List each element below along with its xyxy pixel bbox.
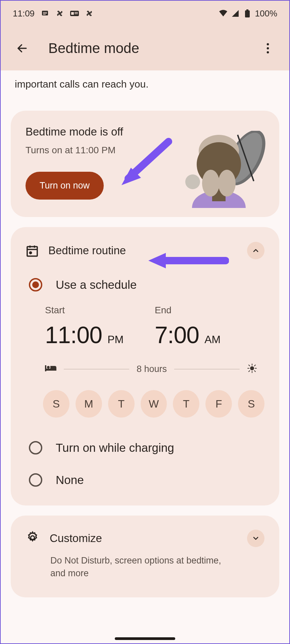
gear-icon	[26, 531, 40, 546]
svg-point-12	[267, 47, 269, 50]
day-thu[interactable]: T	[173, 390, 199, 418]
svg-rect-3	[43, 14, 46, 15]
svg-line-36	[249, 365, 250, 366]
end-label: End	[155, 305, 264, 316]
start-time-picker[interactable]: Start 11:00 PM	[45, 305, 155, 348]
back-button[interactable]	[13, 39, 32, 58]
svg-point-30	[47, 366, 50, 369]
page-title: Bedtime mode	[48, 40, 258, 56]
svg-point-27	[30, 252, 31, 254]
svg-point-22	[218, 170, 236, 197]
duration-text: 8 hours	[137, 364, 167, 374]
home-indicator[interactable]	[115, 637, 175, 640]
turn-on-button[interactable]: Turn on now	[26, 172, 104, 200]
radio-unselected-icon	[29, 473, 42, 487]
routine-header[interactable]: Bedtime routine	[26, 242, 264, 259]
chevron-down-icon	[252, 534, 260, 542]
svg-point-11	[267, 43, 269, 46]
svg-rect-29	[45, 369, 56, 371]
day-wed[interactable]: W	[141, 390, 167, 418]
news-icon	[70, 9, 79, 18]
expand-customize-button[interactable]	[247, 530, 264, 547]
option-while-charging[interactable]: Turn on while charging	[26, 441, 264, 454]
day-sat[interactable]: S	[238, 390, 264, 418]
status-bar: 11:09 100%	[1, 1, 289, 26]
svg-rect-9	[245, 10, 250, 17]
bedtime-status-card: Bedtime mode is off Turns on at 11:00 PM…	[11, 111, 279, 217]
svg-rect-2	[43, 13, 47, 14]
duration-row: 8 hours	[26, 363, 264, 375]
day-sun[interactable]: S	[43, 390, 69, 418]
svg-line-39	[254, 365, 255, 366]
days-row: S M T W T F S	[26, 390, 264, 418]
intro-text: important calls can reach you.	[1, 70, 289, 101]
day-fri[interactable]: F	[205, 390, 232, 418]
svg-rect-8	[246, 9, 248, 10]
day-mon[interactable]: M	[76, 390, 102, 418]
option-none-label: None	[56, 473, 84, 487]
option-charging-label: Turn on while charging	[56, 441, 174, 454]
radio-selected-icon	[29, 278, 42, 291]
start-time-value: 11:00	[45, 322, 102, 348]
svg-line-38	[249, 371, 250, 372]
sun-icon	[247, 363, 257, 375]
svg-rect-23	[27, 247, 37, 256]
sleeping-person-illustration	[179, 131, 266, 208]
battery-icon	[243, 9, 252, 18]
status-time: 11:09	[13, 8, 35, 19]
bedtime-routine-card: Bedtime routine Use a schedule Start 11:…	[11, 227, 279, 505]
option-use-schedule[interactable]: Use a schedule	[26, 278, 264, 291]
customize-title: Customize	[50, 532, 237, 545]
chevron-up-icon	[252, 247, 260, 255]
pinwheel-icon	[55, 9, 64, 18]
svg-rect-6	[75, 12, 78, 13]
status-battery: 100%	[255, 8, 278, 19]
pinwheel2-icon	[85, 9, 94, 18]
option-schedule-label: Use a schedule	[56, 278, 137, 291]
customize-desc: Do Not Disturb, screen options at bedtim…	[50, 554, 225, 580]
message-icon	[41, 9, 49, 18]
customize-card[interactable]: Customize Do Not Disturb, screen options…	[11, 516, 279, 597]
radio-unselected-icon	[29, 441, 42, 454]
start-label: Start	[45, 305, 155, 316]
start-ampm: PM	[107, 333, 124, 346]
svg-rect-1	[43, 12, 47, 13]
svg-point-31	[250, 367, 254, 370]
option-none[interactable]: None	[26, 473, 264, 487]
svg-point-21	[202, 170, 220, 197]
svg-point-19	[185, 174, 200, 189]
svg-rect-7	[75, 13, 78, 14]
app-bar: Bedtime mode	[1, 26, 289, 70]
end-ampm: AM	[204, 333, 221, 346]
wifi-icon	[219, 9, 228, 18]
svg-line-37	[254, 371, 255, 372]
bed-icon	[45, 364, 56, 374]
calendar-icon	[26, 244, 39, 257]
overflow-menu-button[interactable]	[258, 39, 277, 58]
svg-point-13	[267, 51, 269, 54]
routine-title: Bedtime routine	[48, 244, 238, 257]
end-time-picker[interactable]: End 7:00 AM	[155, 305, 264, 348]
collapse-routine-button[interactable]	[247, 242, 264, 259]
day-tue[interactable]: T	[108, 390, 135, 418]
signal-icon	[231, 9, 240, 18]
end-time-value: 7:00	[155, 322, 199, 348]
svg-rect-5	[71, 12, 74, 15]
